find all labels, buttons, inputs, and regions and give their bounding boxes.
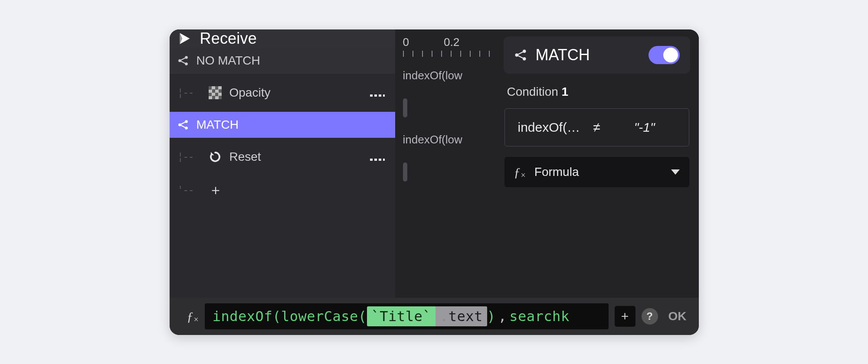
toggle-knob-icon (663, 48, 678, 62)
formula-bar: ƒ× indexOf ( lowerCase ( `Title`.text ) … (170, 298, 699, 335)
tree-indent-icon: '-- (177, 184, 201, 196)
tree-panel: Receive NO MATCH ¦-- Opacity MATCH (170, 29, 395, 298)
token-paren: ( (272, 308, 281, 325)
reset-icon (209, 150, 222, 163)
ruler-tick: 0 (403, 36, 409, 49)
token-paren: ( (358, 308, 367, 325)
fx-icon: ƒ× (187, 309, 199, 324)
interaction-panel: Receive NO MATCH ¦-- Opacity MATCH (170, 29, 699, 335)
ruler-tick: 0.2 (444, 36, 459, 49)
token-function: lowerCase (281, 308, 358, 325)
keyframe-indicator-icon (370, 150, 385, 164)
condition-number: 1 (562, 85, 569, 98)
token-layer-ref: `Title` (367, 306, 436, 326)
timeline-ruler[interactable]: 0 0.2 (395, 29, 495, 49)
tree-item-reset[interactable]: ¦-- Reset (170, 138, 395, 176)
timeline-condition-preview: indexOf(low (395, 63, 495, 89)
keyframe-indicator-icon (370, 86, 385, 100)
inspector-title: MATCH (536, 46, 640, 64)
condition-box[interactable]: indexOf(lo... ≠ "-1" (504, 108, 689, 146)
timeline-condition-preview: indexOf(low (395, 127, 495, 153)
tree-item-label: Opacity (229, 86, 362, 100)
inspector-panel: MATCH Condition 1 indexOf(lo... ≠ "-1" ƒ… (495, 29, 699, 298)
condition-operator: ≠ (593, 120, 600, 135)
tree-item-no-match[interactable]: NO MATCH (170, 48, 395, 74)
tree-item-label: MATCH (197, 118, 385, 132)
formula-input[interactable]: indexOf ( lowerCase ( `Title`.text ) , s… (205, 303, 609, 329)
receive-icon (177, 31, 192, 46)
tree-item-label: Reset (229, 150, 362, 164)
timeline-track[interactable] (395, 89, 495, 127)
question-icon: ? (646, 310, 653, 322)
add-button[interactable]: + (615, 306, 635, 327)
formula-dropdown-label: Formula (534, 165, 662, 179)
tree-item-opacity[interactable]: ¦-- Opacity (170, 74, 395, 112)
tree-item-label: NO MATCH (197, 54, 385, 68)
timeline-track[interactable] (395, 153, 495, 191)
token-property: .text (436, 306, 487, 326)
branch-icon (177, 55, 189, 66)
fx-icon: ƒ× (514, 165, 526, 179)
token-function: indexOf (213, 308, 272, 325)
timeline-panel: 0 0.2 indexOf(low indexOf(low (395, 29, 495, 298)
condition-lhs: indexOf(lo... (518, 120, 580, 135)
condition-heading: Condition 1 (504, 83, 690, 99)
chevron-down-icon (671, 169, 680, 175)
keyframe-marker-icon (403, 98, 407, 117)
condition-rhs: "-1" (613, 120, 676, 135)
token-comma: , (496, 308, 510, 325)
keyframe-marker-icon (403, 162, 407, 182)
token-variable: searchk (509, 308, 569, 325)
branch-icon (177, 119, 189, 130)
enable-toggle[interactable] (649, 46, 680, 64)
plus-icon: + (621, 309, 629, 324)
condition-label: Condition (507, 85, 558, 98)
branch-icon (514, 49, 527, 62)
tree-title: Receive (200, 29, 257, 48)
help-button[interactable]: ? (642, 308, 658, 325)
token-paren: ) (487, 308, 496, 325)
tree-header[interactable]: Receive (170, 29, 395, 48)
ruler-ticks-icon (403, 51, 495, 57)
plus-icon: ＋ (209, 181, 223, 200)
formula-dropdown[interactable]: ƒ× Formula (504, 157, 689, 187)
tree-add-item[interactable]: '-- ＋ (170, 176, 395, 205)
tree-indent-icon: ¦-- (177, 151, 201, 163)
inspector-header: MATCH (504, 36, 690, 74)
ok-button[interactable]: OK (664, 309, 689, 323)
panel-body: Receive NO MATCH ¦-- Opacity MATCH (170, 29, 699, 298)
opacity-icon (209, 86, 222, 99)
tree-item-match[interactable]: MATCH (170, 112, 395, 138)
tree-indent-icon: ¦-- (177, 87, 201, 99)
